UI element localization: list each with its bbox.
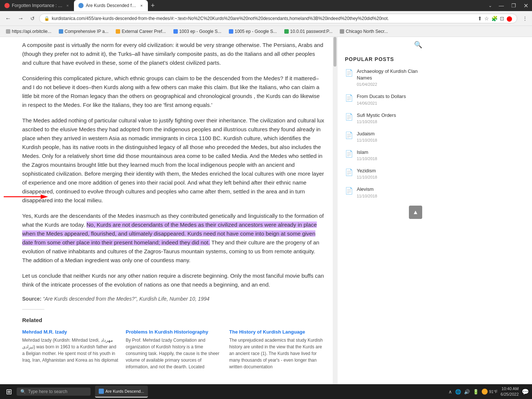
address-icons: ⬆ ☆ 🧩 ⊡ ⬤: [478, 16, 512, 21]
article-content: A composite past is virtually the norm f…: [22, 37, 325, 289]
post-date-6: 11/10/2018: [357, 175, 422, 179]
tab-close-1[interactable]: ×: [66, 3, 70, 9]
start-button[interactable]: ⊞: [3, 386, 15, 398]
bookmark-label-2: Comprehensive IP a...: [65, 29, 109, 34]
source-citation: “Are Kurds descended from the Medes?”, K…: [43, 296, 210, 302]
related-title-3[interactable]: The History of Kurdish Language: [229, 329, 325, 335]
browser-chrome: Forgotten Importance : kurdistan × Are K…: [0, 0, 532, 37]
bookmarks-bar: https://api.orbitclie... Comprehensive I…: [0, 26, 532, 37]
weather-display: 91°F: [482, 389, 498, 395]
bookmark-label-1: https://api.orbitclie...: [12, 29, 51, 34]
menu-icon[interactable]: ⋮: [521, 14, 529, 23]
taskbar-app-label-1: Are Kurds Descend...: [105, 389, 144, 393]
post-title-link-7[interactable]: Alevism: [357, 186, 422, 193]
close-button[interactable]: ✕: [520, 1, 532, 11]
article-area: A composite past is virtually the norm f…: [0, 37, 333, 396]
minimize-button[interactable]: —: [495, 1, 508, 10]
taskbar-search[interactable]: 🔍 Type here to search: [17, 388, 91, 396]
bookmark-star-icon[interactable]: ☆: [484, 16, 489, 21]
extension-icon[interactable]: 🧩: [491, 16, 498, 21]
bookmark-5[interactable]: 1005 ep - Google S...: [226, 28, 280, 35]
refresh-button[interactable]: ↺: [28, 14, 37, 23]
post-icon-1: 📄: [345, 69, 353, 77]
post-title-link-4[interactable]: Judaism: [357, 131, 422, 137]
taskbar-search-label: Type here to search: [28, 389, 67, 394]
post-title-link-6[interactable]: Yezidism: [357, 168, 422, 174]
related-text-3: The unprejudiced academics that study Ku…: [229, 337, 325, 370]
post-info-6: Yezidism 11/10/2018: [357, 168, 422, 179]
related-item-3: The History of Kurdish Language The unpr…: [229, 329, 325, 370]
post-title-link-1[interactable]: Archaeology of Kurdish Clan Names: [357, 68, 422, 81]
notification-icon[interactable]: 💬: [522, 388, 529, 395]
popular-posts-title: POPULAR POSTS: [345, 56, 422, 62]
source-line: Source: “Are Kurds descended from the Me…: [22, 296, 325, 302]
taskbar-clock[interactable]: 10:40 AM 6/25/2022: [501, 386, 519, 398]
post-info-1: Archaeology of Kurdish Clan Names 01/04/…: [357, 68, 422, 87]
post-info-3: Sufi Mystic Orders 11/10/2018: [357, 112, 422, 124]
network-icon[interactable]: 🌐: [455, 389, 461, 395]
taskbar-app-favicon-1: [99, 389, 104, 394]
bookmark-7[interactable]: Chicago North Secr...: [337, 28, 391, 35]
weather-icon: [482, 389, 488, 395]
post-icon-7: 📄: [345, 187, 353, 195]
popular-post-1: 📄 Archaeology of Kurdish Clan Names 01/0…: [345, 68, 422, 87]
post-date-7: 11/10/2018: [357, 194, 422, 198]
new-tab-button[interactable]: +: [148, 0, 158, 11]
search-icon[interactable]: 🔍: [414, 41, 422, 49]
post-icon-5: 📄: [345, 150, 353, 158]
related-text-2: By Prof. Mehrdad Izady Compilation and o…: [126, 337, 222, 370]
tab-expand-icon[interactable]: ⌄: [485, 1, 495, 10]
scroll-top-button[interactable]: ▲: [409, 206, 422, 219]
chevron-up-icon[interactable]: ∧: [448, 389, 452, 395]
bookmark-3[interactable]: External Career Pref...: [113, 28, 169, 35]
related-grid: Mehrdad M.R. Izady Mehrdad Izady (Kurdis…: [22, 329, 325, 370]
paragraph-6: Let us conclude that neither Kurds nor a…: [22, 271, 325, 289]
bookmark-1[interactable]: https://api.orbitclie...: [3, 28, 54, 35]
taskbar-system-icons: ∧ 🌐 🔊 🔋: [448, 389, 479, 395]
search-box-sidebar: 🔍: [345, 41, 422, 49]
related-title-2[interactable]: Problems In Kurdish Historiography: [126, 329, 222, 335]
address-bar[interactable]: 🔒 kurdistanica.com/455/are-kurds-descend…: [39, 14, 517, 23]
bookmark-label-3: External Career Pref...: [122, 29, 166, 34]
post-icon-2: 📄: [345, 94, 353, 102]
related-title-1[interactable]: Mehrdad M.R. Izady: [22, 329, 118, 335]
volume-icon[interactable]: 🔊: [464, 389, 470, 395]
tab-favicon-2: [78, 3, 84, 8]
popular-post-3: 📄 Sufi Mystic Orders 11/10/2018: [345, 112, 422, 124]
popular-post-5: 📄 Islam 11/10/2018: [345, 149, 422, 161]
tab-1[interactable]: Forgotten Importance : kurdistan ×: [0, 0, 74, 11]
post-date-4: 11/10/2018: [357, 138, 422, 142]
paragraph-1: A composite past is virtually the norm f…: [22, 41, 325, 67]
bookmark-6[interactable]: 10.0.01 password:P...: [281, 28, 336, 35]
tab-title-1: Forgotten Importance : kurdistan: [12, 3, 64, 8]
bookmark-2[interactable]: Comprehensive IP a...: [56, 28, 112, 35]
scrollbar-track[interactable]: [333, 37, 337, 396]
time-display: 10:40 AM: [501, 386, 519, 392]
scrollbar-thumb[interactable]: [333, 37, 336, 67]
maximize-button[interactable]: ❐: [508, 1, 520, 10]
popular-post-7: 📄 Alevism 11/10/2018: [345, 186, 422, 198]
post-title-link-5[interactable]: Islam: [357, 149, 422, 156]
back-button[interactable]: ←: [3, 14, 13, 23]
pepsi-icon[interactable]: ⬤: [506, 16, 512, 21]
bookmark-favicon-5: [229, 29, 233, 34]
tab-close-2[interactable]: ×: [140, 3, 143, 9]
bookmark-label-4: 1003 ep - Google S...: [179, 29, 221, 34]
tab-2[interactable]: Are Kurds Descended from the M ×: [74, 0, 148, 11]
post-title-link-2[interactable]: From Ducats to Dollars: [357, 93, 422, 100]
post-date-3: 11/10/2018: [357, 119, 422, 124]
bookmark-favicon-3: [116, 29, 120, 34]
post-title-link-3[interactable]: Sufi Mystic Orders: [357, 112, 422, 119]
share-icon[interactable]: ⬆: [478, 16, 482, 21]
taskbar-app-1[interactable]: Are Kurds Descend...: [95, 386, 148, 398]
nav-bar: ← → ↺ 🔒 kurdistanica.com/455/are-kurds-d…: [0, 11, 532, 26]
post-date-2: 14/06/2021: [357, 101, 422, 105]
post-date-1: 01/04/2022: [357, 82, 422, 87]
related-item-1: Mehrdad M.R. Izady Mehrdad Izady (Kurdis…: [22, 329, 118, 370]
bookmark-4[interactable]: 1003 ep - Google S...: [170, 28, 224, 35]
tab-favicon-1: [4, 3, 10, 8]
forward-button[interactable]: →: [16, 14, 26, 23]
address-text: kurdistanica.com/455/are-kurds-descended…: [52, 16, 475, 21]
article-wrapper: A composite past is virtually the norm f…: [22, 37, 325, 370]
sidebar-toggle-icon[interactable]: ⊡: [500, 16, 504, 21]
